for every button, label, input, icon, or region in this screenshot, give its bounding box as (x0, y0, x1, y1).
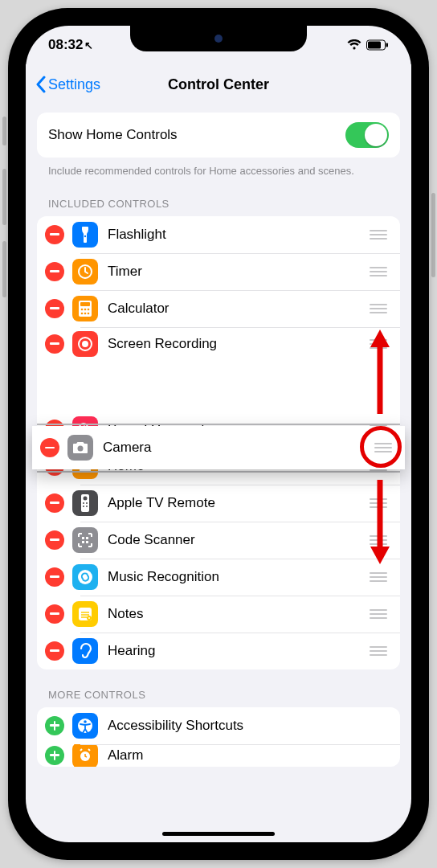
svg-point-12 (84, 312, 87, 314)
list-item: Music Recognition (37, 559, 400, 596)
svg-point-9 (84, 308, 87, 310)
drag-handle[interactable] (368, 609, 389, 619)
list-item: Alarm (37, 744, 400, 767)
remove-button[interactable] (40, 438, 59, 457)
remove-button[interactable] (45, 641, 64, 661)
chevron-left-icon (35, 76, 47, 93)
add-button[interactable] (45, 746, 64, 765)
content: Show Home Controls Include recommended c… (26, 104, 411, 842)
drag-handle[interactable] (368, 498, 389, 508)
home-indicator[interactable] (162, 832, 275, 836)
svg-point-4 (84, 235, 86, 236)
svg-point-22 (83, 506, 84, 507)
svg-point-11 (81, 312, 84, 314)
list-item-label: Timer (108, 264, 368, 280)
flashlight-icon (72, 222, 98, 248)
svg-point-8 (81, 308, 84, 310)
alarm-icon (72, 744, 98, 767)
notes-icon (72, 601, 98, 627)
list-item: Code Scanner (37, 522, 400, 559)
list-item-label: Hearing (108, 643, 368, 659)
svg-rect-25 (86, 537, 88, 539)
remove-button[interactable] (45, 262, 64, 281)
list-item: Timer (37, 253, 400, 290)
status-time: 08:32 (48, 37, 83, 53)
svg-rect-26 (82, 541, 84, 543)
included-controls-header: INCLUDED CONTROLS (37, 178, 400, 216)
show-home-controls-helper: Include recommended controls for Home ac… (37, 158, 400, 178)
drag-handle[interactable] (368, 646, 389, 656)
wifi-icon (347, 39, 361, 51)
screen: 08:32 ↖ Settings Control (26, 26, 411, 842)
drag-handle[interactable] (368, 339, 389, 349)
list-item: Calculator (37, 290, 400, 327)
tv-remote-icon (72, 490, 98, 516)
list-item-label: Camera (103, 440, 373, 456)
status-location-glyph: ↖ (84, 39, 93, 51)
remove-button[interactable] (45, 334, 64, 354)
svg-point-15 (82, 341, 88, 347)
drag-handle[interactable] (368, 267, 389, 276)
svg-point-35 (84, 720, 87, 723)
back-button[interactable]: Settings (35, 64, 100, 104)
list-item-label: Apple TV Remote (108, 495, 368, 511)
list-item-label: Music Recognition (108, 569, 368, 585)
battery-icon (366, 39, 389, 51)
list-item: Apple TV Remote (37, 485, 400, 522)
remove-button[interactable] (45, 604, 64, 624)
qr-icon (72, 527, 98, 553)
more-controls-list: Accessibility Shortcuts Alarm (37, 707, 400, 767)
drag-handle[interactable] (373, 443, 394, 452)
more-controls-header: MORE CONTROLS (37, 669, 400, 707)
list-item-label: Notes (108, 606, 368, 622)
svg-point-13 (88, 312, 90, 314)
svg-rect-7 (80, 302, 90, 306)
svg-point-37 (78, 446, 84, 452)
svg-point-21 (86, 502, 88, 504)
list-item: Accessibility Shortcuts (37, 707, 400, 744)
list-item-label: Code Scanner (108, 532, 368, 548)
svg-point-23 (86, 506, 88, 507)
svg-rect-27 (86, 541, 88, 543)
list-item-label: Flashlight (108, 227, 368, 243)
list-item-label: Accessibility Shortcuts (108, 718, 389, 734)
show-home-controls-label: Show Home Controls (48, 127, 178, 143)
back-label: Settings (48, 76, 100, 93)
screen-record-icon (72, 331, 98, 357)
dragged-camera-row[interactable]: Camera (32, 426, 405, 469)
svg-rect-2 (386, 43, 389, 47)
list-item: Flashlight (37, 216, 400, 253)
remove-button[interactable] (45, 225, 64, 244)
show-home-controls-toggle[interactable] (345, 122, 389, 148)
svg-point-28 (78, 570, 92, 584)
add-button[interactable] (45, 716, 64, 735)
phone-frame: 08:32 ↖ Settings Control (8, 8, 429, 860)
remove-button[interactable] (45, 567, 64, 587)
page-title: Control Center (168, 76, 269, 93)
calculator-icon (72, 296, 98, 321)
accessibility-icon (72, 713, 98, 739)
svg-rect-1 (368, 42, 381, 49)
list-item-label: Screen Recording (108, 336, 368, 352)
hearing-icon (72, 638, 98, 664)
list-item: Notes (37, 596, 400, 633)
svg-rect-24 (82, 537, 84, 539)
drag-handle[interactable] (368, 535, 389, 545)
timer-icon (72, 259, 98, 285)
drag-handle[interactable] (368, 572, 389, 582)
nav-bar: Settings Control Center (26, 64, 411, 104)
list-item: Hearing (37, 633, 400, 669)
list-item-label: Alarm (108, 747, 389, 764)
svg-point-20 (83, 502, 84, 504)
show-home-controls-row: Show Home Controls (37, 113, 400, 158)
list-item: Screen Recording (37, 327, 400, 361)
remove-button[interactable] (45, 299, 64, 318)
remove-button[interactable] (45, 493, 64, 513)
remove-button[interactable] (45, 530, 64, 550)
drag-handle[interactable] (368, 304, 389, 313)
svg-rect-3 (82, 227, 88, 231)
svg-point-10 (88, 308, 90, 310)
notch (130, 26, 307, 51)
drag-handle[interactable] (368, 230, 389, 240)
shazam-icon (72, 564, 98, 590)
